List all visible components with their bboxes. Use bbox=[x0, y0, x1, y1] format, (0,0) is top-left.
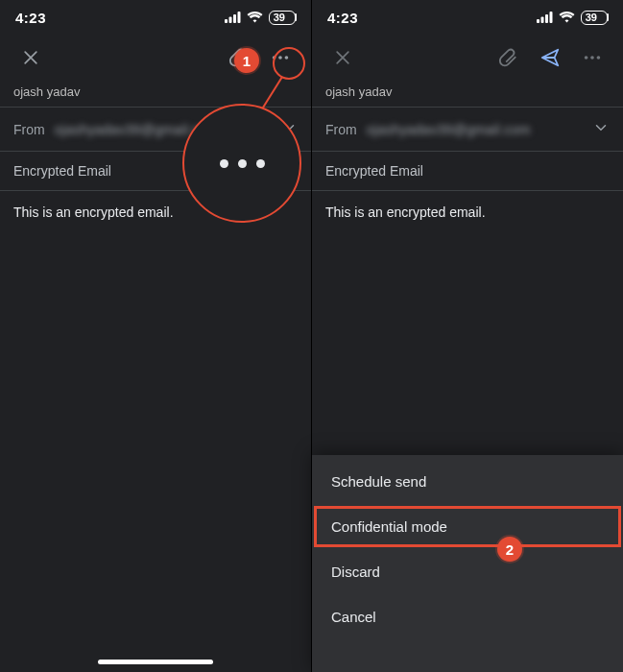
svg-rect-1 bbox=[228, 17, 231, 24]
sheet-schedule-send[interactable]: Schedule send bbox=[312, 459, 623, 504]
subject-value: Encrypted Email bbox=[13, 163, 111, 179]
compose-header bbox=[312, 35, 623, 77]
svg-rect-2 bbox=[233, 14, 236, 23]
annotation-step-2: 2 bbox=[497, 537, 522, 562]
close-icon[interactable] bbox=[329, 44, 356, 71]
to-value: ojash yadav bbox=[325, 84, 392, 99]
status-bar: 4:23 39 bbox=[0, 0, 311, 35]
svg-rect-8 bbox=[540, 17, 543, 24]
subject-value: Encrypted Email bbox=[325, 163, 423, 179]
subject-field[interactable]: Encrypted Email bbox=[312, 152, 623, 191]
from-field[interactable]: From ojashyadav39@gmail.com bbox=[312, 107, 623, 152]
svg-rect-9 bbox=[545, 14, 548, 23]
status-bar: 4:23 39 bbox=[312, 0, 623, 35]
body-text: This is an encrypted email. bbox=[325, 204, 486, 220]
from-label: From bbox=[325, 122, 357, 137]
annotation-ring-more bbox=[273, 47, 305, 80]
compose-header bbox=[0, 35, 311, 77]
wifi-icon bbox=[247, 12, 263, 23]
more-dots-icon bbox=[220, 159, 265, 168]
to-field[interactable]: ojash yadav bbox=[312, 77, 623, 107]
from-label: From bbox=[13, 122, 45, 137]
sheet-confidential-mode[interactable]: Confidential mode bbox=[312, 504, 623, 549]
cellular-signal-icon bbox=[537, 12, 553, 23]
chevron-down-icon[interactable] bbox=[592, 119, 610, 139]
svg-rect-7 bbox=[537, 19, 539, 23]
annotation-magnifier bbox=[182, 104, 301, 223]
attachment-icon[interactable] bbox=[494, 44, 521, 71]
body-text: This is an encrypted email. bbox=[13, 204, 174, 220]
send-icon[interactable] bbox=[537, 44, 563, 71]
pane-left-compose: 4:23 39 bbox=[0, 0, 311, 672]
sheet-cancel[interactable]: Cancel bbox=[312, 594, 623, 639]
cellular-signal-icon bbox=[225, 12, 241, 23]
status-time: 4:23 bbox=[327, 10, 358, 26]
close-icon[interactable] bbox=[17, 44, 44, 71]
from-email: ojashyadav39@gmail.com bbox=[367, 122, 531, 137]
svg-rect-0 bbox=[225, 19, 228, 23]
more-icon[interactable] bbox=[579, 44, 606, 71]
annotation-step-1: 1 bbox=[234, 48, 259, 73]
status-time: 4:23 bbox=[15, 10, 46, 26]
home-indicator bbox=[98, 660, 213, 664]
pane-right-menu: 4:23 39 bbox=[312, 0, 623, 672]
sheet-discard[interactable]: Discard bbox=[312, 549, 623, 594]
svg-rect-3 bbox=[237, 12, 240, 23]
svg-point-11 bbox=[585, 56, 588, 60]
to-value: ojash yadav bbox=[13, 84, 80, 99]
svg-point-13 bbox=[597, 56, 601, 60]
status-right: 39 bbox=[225, 11, 296, 25]
svg-rect-10 bbox=[549, 12, 552, 23]
svg-point-12 bbox=[590, 56, 594, 60]
battery-indicator: 39 bbox=[581, 11, 608, 25]
battery-indicator: 39 bbox=[269, 11, 296, 25]
wifi-icon bbox=[559, 12, 575, 23]
body-field[interactable]: This is an encrypted email. bbox=[0, 191, 311, 672]
status-right: 39 bbox=[537, 11, 608, 25]
action-sheet: Schedule send Confidential mode Discard … bbox=[312, 455, 623, 672]
